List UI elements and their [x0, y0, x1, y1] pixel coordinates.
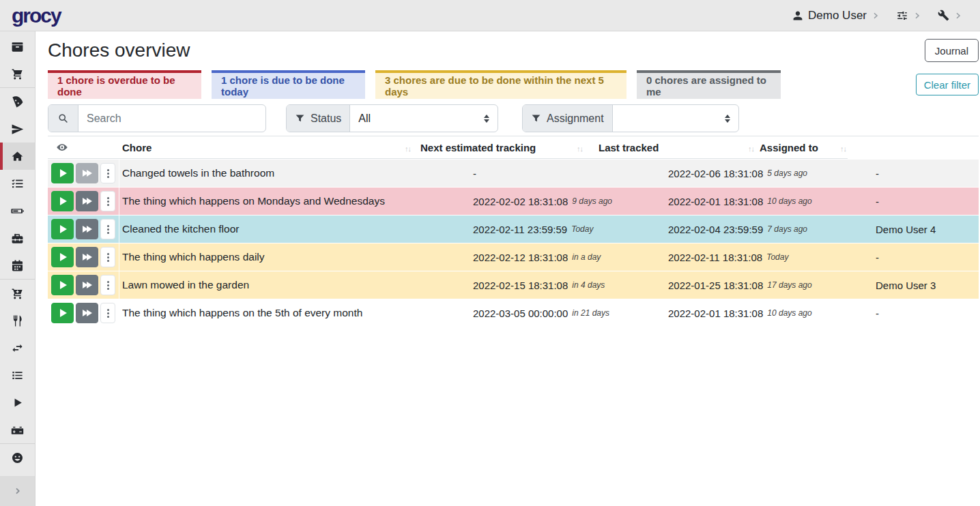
chevron-right-icon [871, 12, 880, 20]
skip-chore-button[interactable] [76, 163, 98, 183]
last-tracked-relative: 10 days ago [767, 308, 811, 318]
sidebar-item-equipment[interactable] [0, 224, 35, 252]
card-due-today[interactable]: 1 chore is due to be done today [212, 70, 365, 99]
play-icon [60, 281, 67, 289]
smiley-icon [11, 451, 24, 464]
row-menu-button[interactable] [100, 247, 115, 267]
skip-chore-button[interactable] [76, 247, 98, 267]
play-icon [60, 169, 67, 177]
last-tracked-relative: 7 days ago [767, 224, 807, 234]
row-menu-button[interactable] [100, 163, 115, 183]
chore-name: Changed towels in the bathroom [119, 160, 467, 187]
chore-name: The thing which happens daily [119, 243, 467, 271]
row-menu-button[interactable] [100, 219, 115, 239]
sidebar-expand-toggle[interactable] [0, 476, 35, 506]
clear-filter-button[interactable]: Clear filter [916, 74, 979, 95]
tasks-icon [11, 177, 24, 190]
sidebar-item-calendar[interactable] [0, 252, 35, 279]
sidebar-item-chore-tracking[interactable] [0, 389, 35, 416]
summary-cards: 1 chore is overdue to be done 1 chore is… [48, 70, 979, 99]
sidebar-item-battery-tracking[interactable] [0, 416, 35, 443]
next-tracking-time: 2022-02-12 18:31:08 [473, 252, 568, 263]
utensils-icon [11, 314, 24, 327]
filter-icon [531, 113, 541, 123]
chore-name: The thing which happens on the 5th of ev… [119, 299, 467, 327]
sidebar-item-transfer[interactable] [0, 334, 35, 361]
last-tracked-relative: Today [766, 252, 788, 262]
skip-chore-button[interactable] [76, 219, 98, 239]
sidebar-item-chores-overview[interactable] [0, 143, 35, 170]
cart-icon [11, 68, 24, 80]
sidebar-item-purchase[interactable] [0, 280, 35, 307]
sort-icon [577, 142, 583, 153]
row-actions [48, 188, 119, 215]
sidebar-item-stock-overview[interactable] [0, 33, 35, 60]
fast-forward-icon [83, 198, 92, 205]
sidebar-item-meal-plan[interactable] [0, 115, 35, 143]
card-overdue[interactable]: 1 chore is overdue to be done [48, 70, 201, 99]
next-tracking-relative: 9 days ago [572, 196, 612, 206]
grocy-logo[interactable]: grocy [12, 5, 61, 26]
status-select[interactable]: All [350, 105, 498, 132]
toolbox-icon [11, 232, 24, 245]
sidebar-item-inventory[interactable] [0, 361, 35, 389]
next-tracking-time: 2022-03-05 00:00:00 [473, 308, 568, 319]
column-visibility-button[interactable] [48, 136, 119, 159]
sidebar-item-consume[interactable] [0, 307, 35, 334]
row-menu-button[interactable] [100, 303, 115, 323]
row-actions [48, 299, 119, 327]
column-header-assigned-to[interactable]: Assigned to [758, 136, 848, 159]
next-tracking-time: - [473, 168, 476, 179]
column-header-filler [848, 136, 979, 159]
last-tracked-time: 2022-02-06 18:31:08 [668, 168, 763, 179]
track-chore-button[interactable] [51, 303, 74, 323]
track-chore-button[interactable] [51, 191, 74, 211]
top-navbar: grocy Demo User [0, 0, 980, 31]
pizza-icon [11, 95, 24, 108]
last-tracked-relative: 17 days ago [767, 280, 811, 290]
page-title: Chores overview [48, 40, 190, 61]
fast-forward-icon [83, 310, 92, 316]
skip-chore-button[interactable] [76, 191, 98, 211]
fast-forward-icon [83, 170, 92, 177]
track-chore-button[interactable] [51, 247, 74, 267]
ellipsis-icon [107, 284, 109, 286]
assignment-select[interactable] [613, 105, 738, 132]
track-chore-button[interactable] [51, 275, 74, 295]
user-menu[interactable]: Demo User [792, 9, 880, 23]
sidebar-item-batteries-overview[interactable] [0, 197, 35, 224]
sidebar-item-feedback[interactable] [0, 444, 35, 471]
sidebar-item-recipes[interactable] [0, 88, 35, 115]
sidebar-item-shopping-list[interactable] [0, 60, 35, 87]
column-header-chore[interactable]: Chore [119, 136, 416, 159]
column-header-last-tracked[interactable]: Last tracked [586, 136, 758, 159]
sidebar-item-tasks[interactable] [0, 170, 35, 197]
table-row: The thing which happens daily 2022-02-12… [48, 243, 979, 271]
row-menu-button[interactable] [100, 275, 115, 295]
select-caret-icon [725, 115, 730, 123]
next-tracking-relative: in 4 days [572, 280, 605, 290]
row-menu-button[interactable] [100, 191, 115, 211]
track-chore-button[interactable] [51, 163, 74, 183]
skip-chore-button[interactable] [76, 303, 98, 323]
settings-menu[interactable] [938, 10, 962, 21]
journal-button[interactable]: Journal [925, 39, 979, 62]
skip-chore-button[interactable] [76, 275, 98, 295]
card-due-soon[interactable]: 3 chores are due to be done within the n… [375, 70, 626, 99]
assigned-to: Demo User 4 [870, 215, 979, 243]
filter-bar: Status All Assignment [48, 104, 979, 132]
chore-name: Lawn mowed in the garden [119, 271, 467, 299]
play-icon [60, 309, 67, 317]
last-tracked-time: 2022-01-25 18:31:08 [668, 280, 763, 291]
next-tracking-time: 2022-02-11 23:59:59 [473, 224, 567, 235]
next-tracking-time: 2022-02-15 18:31:08 [473, 280, 568, 291]
manage-data-menu[interactable] [896, 10, 921, 22]
card-assigned-to-me[interactable]: 0 chores are assigned to me [637, 70, 781, 99]
next-tracking-relative: Today [571, 224, 593, 234]
status-filter-group: Status All [286, 104, 498, 132]
column-header-next-tracking[interactable]: Next estimated tracking [416, 136, 586, 159]
search-input[interactable] [78, 105, 265, 132]
last-tracked-time: 2022-02-04 23:59:59 [668, 224, 763, 235]
table-header: Chore Next estimated tracking Last track… [48, 136, 979, 159]
track-chore-button[interactable] [51, 219, 74, 239]
